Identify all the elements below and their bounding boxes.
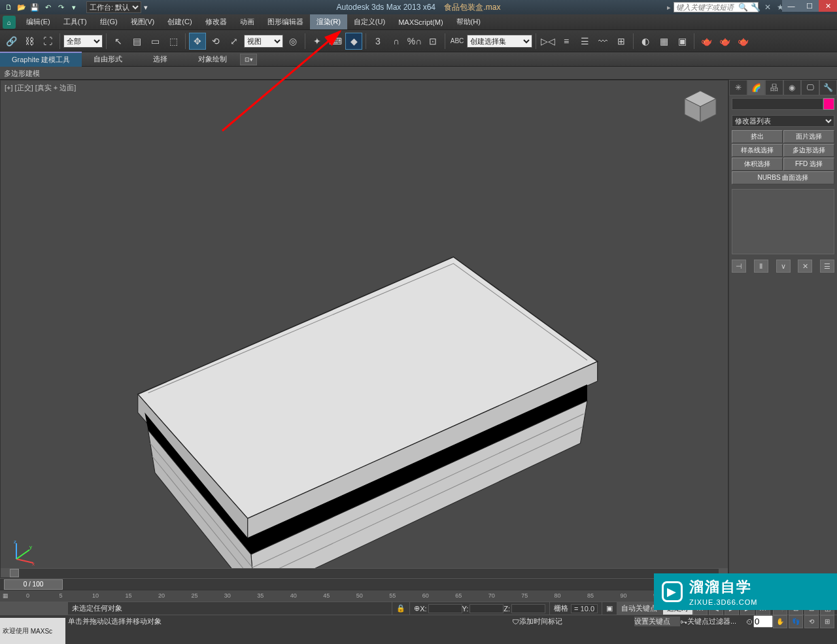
save-icon[interactable]: 💾 — [29, 2, 41, 12]
named-selection-dropdown[interactable]: 创建选择集 — [467, 35, 532, 48]
viewcube[interactable] — [681, 87, 720, 126]
key-filters-button[interactable]: 关键点过滤器... — [687, 617, 746, 626]
show-end-result-icon[interactable]: Ⅱ — [754, 260, 768, 273]
select-link-icon[interactable]: 🔗 — [3, 33, 20, 50]
layers-icon[interactable]: ☰ — [576, 33, 593, 50]
tab-modify-icon[interactable]: 🌈 — [747, 80, 766, 95]
menu-help[interactable]: 帮助(H) — [450, 14, 487, 29]
frame-spinner[interactable] — [753, 615, 773, 628]
pivot-center-icon[interactable]: ◎ — [284, 33, 301, 50]
menu-group[interactable]: 组(G) — [94, 14, 124, 29]
search-icon[interactable]: 🔍 — [738, 2, 748, 12]
modifier-list-dropdown[interactable]: 修改器列表 — [732, 115, 834, 127]
script-mini-listener[interactable] — [0, 602, 68, 615]
select-move-icon[interactable]: ✥ — [189, 33, 206, 50]
ribbon-expand-icon[interactable]: ⊡▾ — [240, 54, 257, 65]
mirror-icon[interactable]: ▷◁ — [539, 33, 556, 50]
render-prod-icon[interactable]: 🫖 — [698, 33, 715, 50]
ribbon-tab-selection[interactable]: 选择 — [134, 52, 186, 66]
schematic-icon[interactable]: ⊞ — [613, 33, 630, 50]
align-icon[interactable]: ≡ — [558, 33, 575, 50]
viewport-scrollbar[interactable] — [1, 568, 728, 577]
menu-modifiers[interactable]: 修改器 — [199, 14, 233, 29]
unlink-icon[interactable]: ⛓ — [21, 33, 38, 50]
modifier-stack[interactable] — [732, 189, 834, 254]
orbit-icon[interactable]: ⟲ — [804, 615, 819, 628]
configure-sets-icon[interactable]: ☰ — [820, 260, 834, 273]
btn-ffd-select[interactable]: FFD 选择 — [783, 158, 834, 171]
menu-rendering[interactable]: 渲染(R) — [310, 14, 347, 29]
open-icon[interactable]: 📂 — [16, 2, 27, 12]
tab-display-icon[interactable]: 🖵 — [801, 80, 819, 95]
frame-input[interactable] — [753, 615, 773, 628]
spinner-snap-icon[interactable]: %∩ — [406, 33, 423, 50]
manipulate-icon[interactable]: ✦ — [309, 33, 326, 50]
remove-modifier-icon[interactable]: ✕ — [798, 260, 812, 273]
btn-extrude[interactable]: 挤出 — [732, 130, 783, 143]
max-viewport-icon[interactable]: ⊞ — [820, 615, 834, 628]
key-icon[interactable]: 🔧 — [750, 2, 760, 12]
tab-hierarchy-icon[interactable]: 品 — [765, 80, 783, 95]
menu-views[interactable]: 视图(V) — [124, 14, 162, 29]
menu-tools[interactable]: 工具(T) — [57, 14, 94, 29]
x-input[interactable] — [428, 604, 462, 613]
menu-maxscript[interactable]: MAXScript(M) — [392, 16, 449, 29]
angle-snap-icon[interactable]: 3 — [369, 33, 386, 50]
render-iter-icon[interactable]: 🫖 — [716, 33, 733, 50]
redo-icon[interactable]: ↷ — [55, 2, 67, 12]
app-menu-icon[interactable]: ⌂ — [3, 16, 16, 29]
workspace-menu-icon[interactable]: ▾ — [144, 3, 148, 12]
close-button[interactable]: ✕ — [819, 0, 837, 12]
render-setup-icon[interactable]: ▦ — [655, 33, 672, 50]
menu-edit[interactable]: 编辑(E) — [20, 14, 57, 29]
named-sets-icon[interactable]: ABC — [449, 33, 466, 50]
keyboard-shortcut-icon[interactable]: ⌨ — [327, 33, 344, 50]
tab-create-icon[interactable]: ✳ — [729, 80, 747, 95]
z-input[interactable] — [511, 604, 545, 613]
menu-create[interactable]: 创建(C) — [161, 14, 198, 29]
select-scale-icon[interactable]: ⤢ — [226, 33, 243, 50]
btn-spline-select[interactable]: 样条线选择 — [732, 144, 783, 157]
walk-icon[interactable]: 👣 — [789, 615, 803, 628]
btn-face-select[interactable]: 面片选择 — [783, 130, 834, 143]
pan-icon[interactable]: ✋ — [773, 615, 787, 628]
add-time-tag[interactable]: 添加时间标记 — [519, 617, 562, 626]
edit-named-icon[interactable]: ⊡ — [424, 33, 441, 50]
material-editor-icon[interactable]: ◐ — [637, 33, 654, 50]
scrollbar-thumb[interactable] — [10, 569, 19, 577]
ribbon-tab-graphite[interactable]: Graphite 建模工具 — [0, 52, 82, 67]
coord-mode-icon[interactable]: ⊕ — [414, 604, 420, 613]
snaps-toggle-icon[interactable]: ◆ — [345, 33, 362, 50]
select-rotate-icon[interactable]: ⟲ — [207, 33, 224, 50]
object-name-input[interactable] — [732, 98, 823, 110]
workspace-dropdown[interactable]: 工作台: 默认 — [86, 1, 141, 13]
percent-snap-icon[interactable]: ∩ — [388, 33, 405, 50]
minimize-button[interactable]: — — [782, 0, 800, 12]
menu-animation[interactable]: 动画 — [233, 14, 261, 29]
y-input[interactable] — [470, 604, 504, 613]
btn-nurbs-surface[interactable]: NURBS 曲面选择 — [732, 171, 834, 184]
curve-editor-icon[interactable]: 〰 — [594, 33, 611, 50]
menu-customize[interactable]: 自定义(U) — [347, 14, 392, 29]
select-object-icon[interactable]: ↖ — [110, 33, 127, 50]
select-region-rect-icon[interactable]: ▭ — [146, 33, 163, 50]
select-name-icon[interactable]: ▤ — [128, 33, 145, 50]
tab-utilities-icon[interactable]: 🔧 — [819, 80, 838, 95]
welcome-panel[interactable]: 欢迎使用 MAXSc — [0, 618, 65, 644]
undo-icon[interactable]: ↶ — [42, 2, 54, 12]
new-icon[interactable]: 🗋 — [3, 2, 14, 12]
ref-coord-dropdown[interactable]: 视图 — [244, 35, 283, 48]
exchange-icon[interactable]: ✕ — [762, 2, 773, 12]
make-unique-icon[interactable]: ∨ — [776, 260, 791, 273]
key-big-icon[interactable]: 🗝 — [680, 618, 687, 626]
ribbon-tab-freeform[interactable]: 自由形式 — [82, 52, 134, 66]
render-last-icon[interactable]: 🫖 — [734, 33, 751, 50]
window-crossing-icon[interactable]: ⬚ — [165, 33, 182, 50]
menu-graph-editors[interactable]: 图形编辑器 — [261, 14, 310, 29]
maximize-button[interactable]: ☐ — [800, 0, 819, 12]
btn-vol-select[interactable]: 体积选择 — [732, 158, 783, 171]
bind-icon[interactable]: ⛶ — [39, 33, 56, 50]
comm-center-icon[interactable]: 🛡 — [512, 618, 519, 626]
selection-filter-dropdown[interactable]: 全部 — [63, 35, 103, 48]
lock-selection-icon[interactable]: 🔒 — [392, 602, 410, 615]
